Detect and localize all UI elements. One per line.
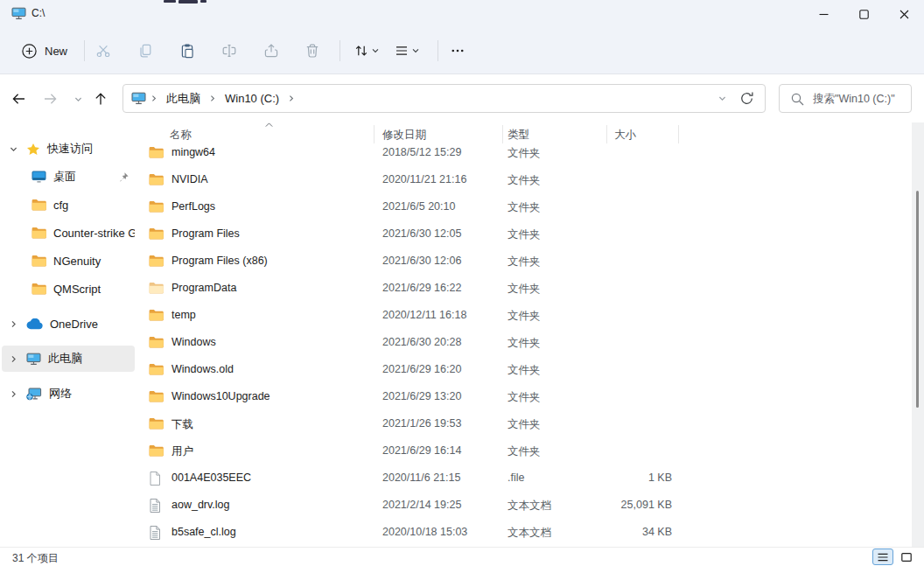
vertical-scrollbar[interactable]	[912, 122, 924, 547]
cut-button[interactable]	[88, 37, 118, 65]
file-list-pane: 名称 修改日期 类型 大小 mingw642018/5/12 15:29文件夹N…	[140, 122, 912, 547]
details-view-button[interactable]	[872, 549, 893, 565]
sidebar-item[interactable]: NGenuity	[2, 248, 135, 274]
search-input[interactable]	[811, 92, 911, 106]
folder-icon	[32, 283, 46, 295]
new-button-label: New	[45, 45, 67, 58]
chevron-right-icon[interactable]	[9, 354, 19, 364]
sidebar-item-label: 此电脑	[48, 351, 82, 367]
sidebar-item[interactable]: Counter-strike G	[2, 220, 135, 246]
chevron-right-icon[interactable]	[9, 389, 19, 399]
file-date-modified: 2021/6/5 20:10	[382, 200, 455, 213]
more-button[interactable]	[443, 37, 472, 65]
file-row[interactable]: Program Files (x86)2021/6/30 12:06文件夹	[140, 248, 912, 275]
sidebar-item[interactable]: 桌面	[2, 164, 135, 190]
file-name: 下载	[172, 417, 193, 432]
sidebar-item[interactable]: 网络	[2, 381, 135, 407]
file-name: NVIDIA	[172, 173, 208, 185]
details-view-icon	[877, 552, 889, 563]
chevron-down-icon	[74, 94, 83, 104]
folder-faded-icon	[149, 282, 164, 294]
folder-icon	[149, 444, 164, 457]
icons-view-button[interactable]	[896, 549, 917, 565]
refresh-icon[interactable]	[739, 91, 754, 106]
file-type: 文件夹	[508, 173, 541, 188]
copy-button[interactable]	[130, 37, 160, 65]
folder-icon	[149, 146, 164, 158]
file-date-modified: 2021/6/29 16:22	[382, 282, 461, 294]
file-type: 文件夹	[508, 417, 541, 432]
file-date-modified: 2021/6/29 16:20	[382, 363, 461, 375]
maximize-button[interactable]	[844, 0, 884, 28]
file-row[interactable]: 001A4E035EEC2020/11/6 21:15.file1 KB	[140, 465, 912, 492]
file-type: 文件夹	[508, 282, 541, 297]
sidebar-item[interactable]: 快速访问	[2, 136, 135, 162]
star-icon	[26, 143, 40, 156]
breadcrumb-item[interactable]: Win10 (C:)	[220, 89, 284, 108]
file-row[interactable]: temp2020/12/11 16:18文件夹	[140, 302, 912, 329]
chevron-down-icon[interactable]	[718, 94, 727, 103]
sidebar-item-label: 快速访问	[47, 141, 93, 157]
chevron-down-icon	[371, 46, 380, 55]
forward-button[interactable]	[37, 86, 63, 112]
file-row[interactable]: b5safe_cl.log2020/10/18 15:03文本文档34 KB	[140, 519, 912, 546]
file-type: 文件夹	[508, 309, 541, 324]
file-name: Program Files	[172, 227, 240, 240]
file-name: aow_drv.log	[172, 499, 229, 511]
file-type: 文件夹	[508, 255, 541, 269]
file-row[interactable]: Windows.old2021/6/29 16:20文件夹	[140, 356, 912, 383]
file-explorer-window: C:\ New	[0, 0, 924, 566]
folder-icon	[32, 255, 46, 267]
file-row[interactable]: 下载2021/1/26 19:53文件夹	[140, 410, 912, 437]
scrollbar-thumb[interactable]	[916, 191, 919, 408]
paste-button[interactable]	[172, 37, 202, 65]
file-row[interactable]: Program Files2021/6/30 12:05文件夹	[140, 220, 912, 248]
up-button[interactable]	[88, 86, 114, 112]
file-size: 25,091 KB	[532, 499, 672, 511]
search-icon	[790, 92, 804, 106]
address-bar[interactable]: 此电脑Win10 (C:)	[122, 84, 766, 113]
file-date-modified: 2018/5/12 15:29	[382, 146, 461, 158]
cloud-icon	[26, 318, 43, 330]
sidebar-item[interactable]: cfg	[2, 192, 135, 218]
file-row[interactable]: Windows2021/6/30 20:28文件夹	[140, 329, 912, 356]
delete-button[interactable]	[298, 37, 327, 65]
window-title: C:\	[32, 7, 45, 19]
rename-icon	[221, 43, 237, 59]
desktop-icon	[32, 171, 46, 183]
rename-button[interactable]	[214, 37, 244, 65]
sidebar-item[interactable]: 此电脑	[2, 346, 135, 372]
sidebar-item[interactable]: QMScript	[2, 276, 135, 302]
folder-icon	[149, 390, 164, 402]
file-row[interactable]: ProgramData2021/6/29 16:22文件夹	[140, 275, 912, 302]
folder-icon	[149, 363, 164, 375]
share-icon	[263, 43, 279, 59]
file-row[interactable]: NVIDIA2020/11/21 21:16文件夹	[140, 166, 912, 193]
file-row[interactable]: Windows10Upgrade2021/6/29 13:20文件夹	[140, 383, 912, 410]
chevron-down-icon[interactable]	[9, 144, 19, 154]
titlebar[interactable]: C:\	[0, 0, 924, 28]
toolbar-divider	[340, 40, 340, 61]
sidebar-item[interactable]: OneDrive	[2, 311, 135, 337]
item-count: 31 个项目	[12, 551, 59, 566]
breadcrumb-separator-icon	[149, 94, 159, 103]
file-row[interactable]: PerfLogs2021/6/5 20:10文件夹	[140, 193, 912, 220]
breadcrumb: 此电脑Win10 (C:)	[130, 88, 718, 109]
file-name: 用户	[172, 444, 193, 459]
icons-view-icon	[900, 552, 913, 563]
file-date-modified: 2021/6/29 16:14	[382, 444, 461, 457]
share-button[interactable]	[256, 37, 286, 65]
pin-icon	[118, 171, 130, 183]
breadcrumb-item[interactable]: 此电脑	[161, 88, 206, 109]
file-type: 文件夹	[508, 227, 541, 242]
close-button[interactable]	[884, 0, 924, 28]
breadcrumb-separator-icon	[207, 94, 218, 103]
file-row[interactable]: mingw642018/5/12 15:29文件夹	[140, 139, 912, 166]
sidebar-item-label: QMScript	[53, 283, 101, 296]
minimize-button[interactable]	[803, 0, 844, 28]
new-button[interactable]: New	[14, 37, 74, 65]
back-button[interactable]	[5, 86, 32, 112]
file-row[interactable]: 用户2021/6/29 16:14文件夹	[140, 437, 912, 465]
chevron-right-icon[interactable]	[9, 319, 19, 329]
file-row[interactable]: aow_drv.log2021/2/14 19:25文本文档25,091 KB	[140, 492, 912, 519]
